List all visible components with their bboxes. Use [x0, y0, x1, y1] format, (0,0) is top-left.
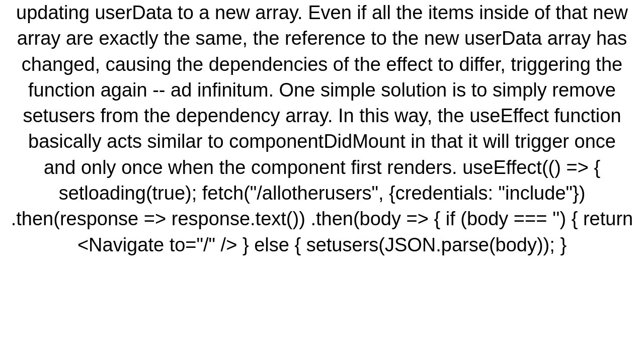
- main-content: updating userData to a new array. Even i…: [0, 0, 644, 362]
- article-text: updating userData to a new array. Even i…: [10, 0, 634, 258]
